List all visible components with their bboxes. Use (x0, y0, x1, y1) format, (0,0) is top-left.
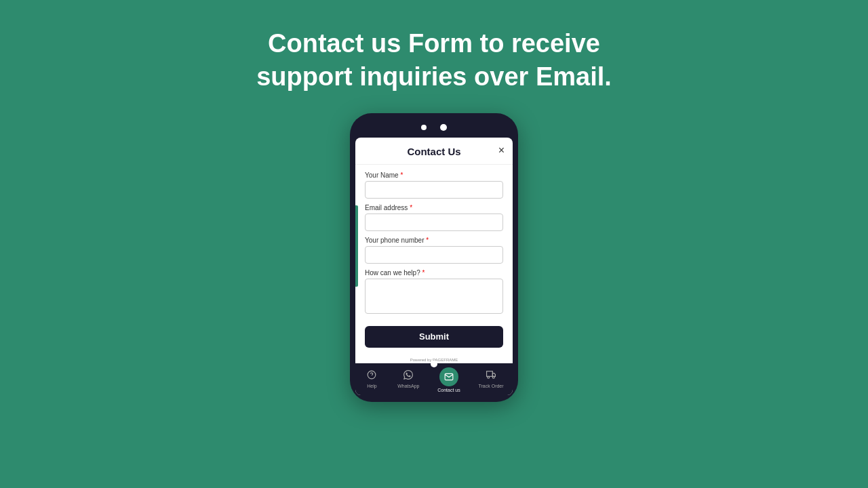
nav-whatsapp-label: WhatsApp (397, 384, 419, 388)
nav-contact-label: Contact us (437, 388, 460, 392)
contact-us-icon (439, 367, 458, 386)
svg-point-4 (488, 376, 490, 378)
track-order-icon (484, 367, 498, 382)
page-headline: Contact us Form to receive support inqui… (256, 27, 612, 94)
submit-button[interactable]: Submit (365, 326, 503, 348)
form-group-email: Email address * (365, 204, 503, 231)
svg-marker-3 (492, 373, 495, 376)
bottom-nav: Help WhatsApp Contact us (355, 363, 513, 395)
nav-home-dot (431, 361, 437, 367)
nav-help-label: Help (367, 384, 376, 388)
phone-top-bar (355, 124, 513, 131)
phone-mockup: Contact Us × Your Name * Email address * (350, 113, 518, 402)
nav-item-help[interactable]: Help (364, 367, 379, 388)
modal-header: Contact Us × (355, 138, 513, 165)
email-input[interactable] (365, 214, 503, 231)
phone-dot-left (421, 125, 427, 130)
help-label: How can we help? * (365, 269, 503, 277)
phone-input[interactable] (365, 246, 503, 264)
form-group-help: How can we help? * (365, 269, 503, 317)
nav-item-whatsapp[interactable]: WhatsApp (397, 367, 419, 388)
help-textarea[interactable] (365, 279, 503, 314)
nav-item-contact-us[interactable]: Contact us (437, 367, 460, 392)
headline-line2: support inquiries over Email. (256, 62, 612, 91)
whatsapp-icon (401, 367, 416, 382)
form-group-name: Your Name * (365, 171, 503, 199)
modal-body: Your Name * Email address * Your phone n… (355, 165, 513, 356)
form-group-phone: Your phone number * (365, 237, 503, 264)
close-button[interactable]: × (498, 145, 505, 156)
side-accent (355, 205, 358, 287)
name-label: Your Name * (365, 171, 503, 179)
email-label: Email address * (365, 204, 503, 211)
help-icon (364, 367, 379, 382)
modal-title: Contact Us (407, 146, 460, 157)
headline-line1: Contact us Form to receive (268, 29, 600, 58)
phone-camera (440, 124, 447, 131)
svg-rect-2 (487, 371, 493, 377)
svg-point-5 (492, 376, 494, 378)
nav-track-label: Track Order (479, 384, 504, 388)
nav-item-track-order[interactable]: Track Order (479, 367, 504, 388)
name-input[interactable] (365, 181, 503, 199)
phone-label: Your phone number * (365, 237, 503, 244)
phone-screen: Contact Us × Your Name * Email address * (355, 138, 513, 395)
